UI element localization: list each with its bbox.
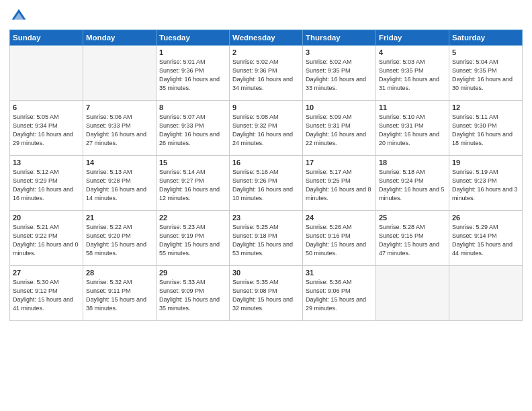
calendar-cell: 22Sunrise: 5:23 AMSunset: 9:19 PMDayligh…: [157, 211, 230, 266]
day-number: 23: [232, 214, 300, 222]
day-number: 29: [159, 269, 226, 277]
calendar-cell: 9Sunrise: 5:08 AMSunset: 9:32 PMDaylight…: [230, 101, 303, 156]
day-number: 10: [306, 103, 373, 111]
calendar-cell: 31Sunrise: 5:36 AMSunset: 9:06 PMDayligh…: [303, 266, 376, 321]
calendar-cell: 3Sunrise: 5:02 AMSunset: 9:35 PMDaylight…: [303, 46, 376, 101]
day-number: 31: [306, 269, 373, 277]
day-number: 12: [452, 103, 519, 111]
day-info: Sunrise: 5:05 AMSunset: 9:34 PMDaylight:…: [13, 113, 80, 148]
day-info: Sunrise: 5:19 AMSunset: 9:23 PMDaylight:…: [452, 168, 519, 203]
calendar-cell: 19Sunrise: 5:19 AMSunset: 9:23 PMDayligh…: [449, 156, 523, 211]
day-number: 5: [452, 48, 519, 56]
logo: [9, 7, 31, 26]
day-number: 6: [13, 103, 80, 111]
day-info: Sunrise: 5:02 AMSunset: 9:36 PMDaylight:…: [232, 58, 300, 93]
day-info: Sunrise: 5:28 AMSunset: 9:15 PMDaylight:…: [379, 223, 446, 258]
day-number: 7: [86, 103, 153, 111]
day-number: 9: [232, 103, 300, 111]
day-info: Sunrise: 5:06 AMSunset: 9:33 PMDaylight:…: [86, 113, 153, 148]
day-info: Sunrise: 5:26 AMSunset: 9:16 PMDaylight:…: [306, 223, 373, 258]
day-info: Sunrise: 5:18 AMSunset: 9:24 PMDaylight:…: [379, 168, 446, 203]
calendar-week-row: 13Sunrise: 5:12 AMSunset: 9:29 PMDayligh…: [10, 156, 523, 211]
calendar-cell: 6Sunrise: 5:05 AMSunset: 9:34 PMDaylight…: [10, 101, 83, 156]
calendar-cell: 16Sunrise: 5:16 AMSunset: 9:26 PMDayligh…: [230, 156, 303, 211]
calendar-cell: 20Sunrise: 5:21 AMSunset: 9:22 PMDayligh…: [10, 211, 83, 266]
day-info: Sunrise: 5:08 AMSunset: 9:32 PMDaylight:…: [232, 113, 300, 148]
calendar-cell: 25Sunrise: 5:28 AMSunset: 9:15 PMDayligh…: [376, 211, 449, 266]
calendar-cell: 12Sunrise: 5:11 AMSunset: 9:30 PMDayligh…: [449, 101, 523, 156]
calendar-cell: [10, 46, 83, 101]
day-info: Sunrise: 5:09 AMSunset: 9:31 PMDaylight:…: [306, 113, 373, 148]
day-number: 2: [232, 48, 300, 56]
day-number: 21: [86, 214, 153, 222]
day-number: 13: [13, 158, 80, 167]
day-info: Sunrise: 5:07 AMSunset: 9:33 PMDaylight:…: [159, 113, 226, 148]
calendar-cell: [376, 266, 449, 321]
day-number: 8: [159, 103, 226, 111]
day-info: Sunrise: 5:22 AMSunset: 9:20 PMDaylight:…: [86, 223, 153, 258]
calendar-cell: 24Sunrise: 5:26 AMSunset: 9:16 PMDayligh…: [303, 211, 376, 266]
calendar-cell: 18Sunrise: 5:18 AMSunset: 9:24 PMDayligh…: [376, 156, 449, 211]
calendar-week-row: 20Sunrise: 5:21 AMSunset: 9:22 PMDayligh…: [10, 211, 523, 266]
calendar-week-row: 27Sunrise: 5:30 AMSunset: 9:12 PMDayligh…: [10, 266, 523, 321]
day-info: Sunrise: 5:35 AMSunset: 9:08 PMDaylight:…: [232, 278, 300, 313]
day-info: Sunrise: 5:16 AMSunset: 9:26 PMDaylight:…: [232, 168, 300, 203]
calendar-day-header: Sunday: [10, 30, 83, 46]
day-number: 27: [13, 269, 80, 277]
day-info: Sunrise: 5:11 AMSunset: 9:30 PMDaylight:…: [452, 113, 519, 148]
calendar-cell: 23Sunrise: 5:25 AMSunset: 9:18 PMDayligh…: [230, 211, 303, 266]
calendar-cell: [449, 266, 523, 321]
calendar-cell: 13Sunrise: 5:12 AMSunset: 9:29 PMDayligh…: [10, 156, 83, 211]
calendar-cell: 4Sunrise: 5:03 AMSunset: 9:35 PMDaylight…: [376, 46, 449, 101]
day-number: 18: [379, 158, 446, 167]
day-number: 26: [452, 214, 519, 222]
day-number: 19: [452, 158, 519, 167]
day-number: 28: [86, 269, 153, 277]
calendar-header-row: SundayMondayTuesdayWednesdayThursdayFrid…: [10, 30, 523, 46]
day-info: Sunrise: 5:02 AMSunset: 9:35 PMDaylight:…: [306, 58, 373, 93]
calendar-cell: [83, 46, 157, 101]
calendar-day-header: Wednesday: [230, 30, 303, 46]
calendar-cell: 21Sunrise: 5:22 AMSunset: 9:20 PMDayligh…: [83, 211, 157, 266]
calendar-cell: 27Sunrise: 5:30 AMSunset: 9:12 PMDayligh…: [10, 266, 83, 321]
calendar-day-header: Saturday: [449, 30, 523, 46]
day-number: 20: [13, 214, 80, 222]
calendar-day-header: Thursday: [303, 30, 376, 46]
day-number: 15: [159, 158, 226, 167]
calendar-cell: 8Sunrise: 5:07 AMSunset: 9:33 PMDaylight…: [157, 101, 230, 156]
day-number: 24: [306, 214, 373, 222]
calendar-cell: 26Sunrise: 5:29 AMSunset: 9:14 PMDayligh…: [449, 211, 523, 266]
day-info: Sunrise: 5:10 AMSunset: 9:31 PMDaylight:…: [379, 113, 446, 148]
day-number: 17: [306, 158, 373, 167]
calendar-cell: 29Sunrise: 5:33 AMSunset: 9:09 PMDayligh…: [157, 266, 230, 321]
day-number: 4: [379, 48, 446, 56]
day-number: 1: [159, 48, 226, 56]
day-info: Sunrise: 5:12 AMSunset: 9:29 PMDaylight:…: [13, 168, 80, 203]
calendar-day-header: Tuesday: [157, 30, 230, 46]
day-info: Sunrise: 5:14 AMSunset: 9:27 PMDaylight:…: [159, 168, 226, 203]
day-info: Sunrise: 5:25 AMSunset: 9:18 PMDaylight:…: [232, 223, 300, 258]
day-number: 22: [159, 214, 226, 222]
calendar-cell: 30Sunrise: 5:35 AMSunset: 9:08 PMDayligh…: [230, 266, 303, 321]
day-info: Sunrise: 5:29 AMSunset: 9:14 PMDaylight:…: [452, 223, 519, 258]
day-info: Sunrise: 5:13 AMSunset: 9:28 PMDaylight:…: [86, 168, 153, 203]
day-number: 25: [379, 214, 446, 222]
calendar-cell: 2Sunrise: 5:02 AMSunset: 9:36 PMDaylight…: [230, 46, 303, 101]
calendar-cell: 11Sunrise: 5:10 AMSunset: 9:31 PMDayligh…: [376, 101, 449, 156]
page: SundayMondayTuesdayWednesdayThursdayFrid…: [0, 0, 532, 411]
day-info: Sunrise: 5:04 AMSunset: 9:35 PMDaylight:…: [452, 58, 519, 93]
day-info: Sunrise: 5:23 AMSunset: 9:19 PMDaylight:…: [159, 223, 226, 258]
day-info: Sunrise: 5:33 AMSunset: 9:09 PMDaylight:…: [159, 278, 226, 313]
day-number: 30: [232, 269, 300, 277]
calendar-cell: 17Sunrise: 5:17 AMSunset: 9:25 PMDayligh…: [303, 156, 376, 211]
day-info: Sunrise: 5:21 AMSunset: 9:22 PMDaylight:…: [13, 223, 80, 258]
day-info: Sunrise: 5:30 AMSunset: 9:12 PMDaylight:…: [13, 278, 80, 313]
calendar-cell: 14Sunrise: 5:13 AMSunset: 9:28 PMDayligh…: [83, 156, 157, 211]
calendar-cell: 5Sunrise: 5:04 AMSunset: 9:35 PMDaylight…: [449, 46, 523, 101]
day-number: 16: [232, 158, 300, 167]
day-info: Sunrise: 5:01 AMSunset: 9:36 PMDaylight:…: [159, 58, 226, 93]
calendar-cell: 10Sunrise: 5:09 AMSunset: 9:31 PMDayligh…: [303, 101, 376, 156]
day-info: Sunrise: 5:17 AMSunset: 9:25 PMDaylight:…: [306, 168, 373, 203]
day-info: Sunrise: 5:36 AMSunset: 9:06 PMDaylight:…: [306, 278, 373, 313]
day-number: 11: [379, 103, 446, 111]
